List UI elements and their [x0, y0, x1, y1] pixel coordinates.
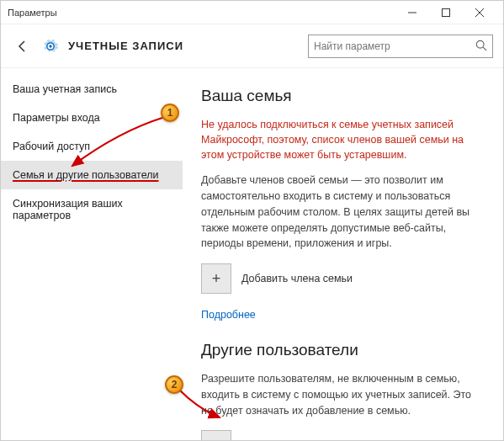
add-family-member-row: + Добавить члена семьи	[201, 263, 485, 294]
search-icon	[475, 40, 487, 54]
window-title: Параметры	[8, 8, 395, 18]
main-panel: Ваша семья Не удалось подключиться к сем…	[183, 68, 503, 440]
maximize-button[interactable]	[429, 1, 463, 24]
family-connection-error: Не удалось подключиться к семье учетных …	[201, 117, 485, 162]
add-other-user-button[interactable]: +	[201, 430, 231, 440]
svg-line-7	[483, 47, 486, 50]
sidebar: Ваша учетная запись Параметры входа Рабо…	[1, 68, 183, 440]
app-header: УЧЕТНЫЕ ЗАПИСИ Найти параметр	[1, 24, 503, 68]
add-family-member-button[interactable]: +	[201, 263, 231, 294]
plus-icon: +	[212, 270, 221, 288]
sidebar-item-signin-options[interactable]: Параметры входа	[1, 104, 183, 132]
close-button[interactable]	[463, 1, 496, 24]
search-placeholder: Найти параметр	[314, 40, 390, 52]
sidebar-item-family-other-users[interactable]: Семья и другие пользователи	[1, 161, 183, 189]
window-titlebar: Параметры	[1, 1, 503, 24]
add-other-user-label: Добавить пользователя для этого компьюте…	[241, 439, 469, 440]
add-family-member-label: Добавить члена семьи	[241, 273, 353, 284]
back-button[interactable]	[11, 35, 34, 58]
annotation-badge-1: 1	[161, 104, 179, 122]
family-description: Добавьте членов своей семьи — это позвол…	[201, 173, 485, 252]
svg-point-6	[476, 40, 484, 48]
sidebar-item-your-account[interactable]: Ваша учетная запись	[1, 75, 183, 104]
search-input[interactable]: Найти параметр	[308, 35, 493, 58]
annotation-badge-2: 2	[165, 375, 183, 394]
plus-icon: +	[212, 437, 221, 440]
sidebar-item-work-access[interactable]: Рабочий доступ	[1, 132, 183, 161]
add-other-user-row: + Добавить пользователя для этого компью…	[201, 430, 485, 440]
other-users-description: Разрешите пользователям, не включенным в…	[201, 371, 485, 418]
content-area: Ваша учетная запись Параметры входа Рабо…	[1, 68, 503, 440]
learn-more-link[interactable]: Подробнее	[201, 309, 485, 321]
minimize-button[interactable]	[395, 1, 429, 24]
family-section-heading: Ваша семья	[201, 87, 485, 105]
page-title: УЧЕТНЫЕ ЗАПИСИ	[68, 40, 308, 52]
svg-rect-1	[443, 8, 450, 16]
sidebar-item-sync-settings[interactable]: Синхронизация ваших параметров	[1, 189, 183, 230]
gear-icon	[41, 37, 60, 56]
other-users-heading: Другие пользователи	[201, 341, 485, 359]
svg-point-5	[49, 45, 51, 47]
